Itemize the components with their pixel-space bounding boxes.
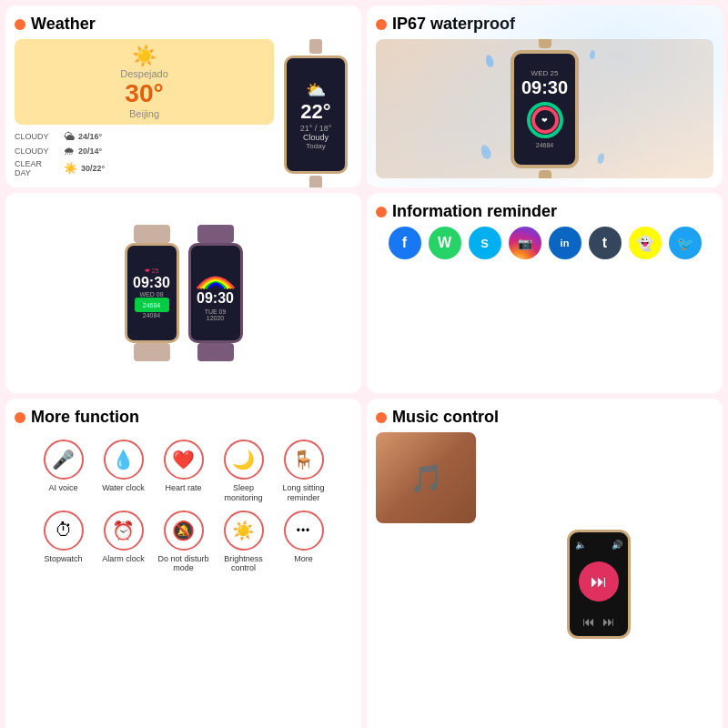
func-dnd: 🔕 Do not disturb mode [157, 511, 211, 574]
speaker-row: 🔈 🔊 [575, 540, 622, 550]
skype-icon: S [469, 227, 501, 259]
music-dot [376, 412, 387, 423]
sun-icon: ☀️ [24, 45, 265, 68]
music-card: Music control 🎵 🔈 🔊 ⏭ ⏮ ⏭ [367, 399, 723, 728]
next-button[interactable]: ⏭ [602, 614, 615, 629]
instagram-icon: 📷 [509, 227, 541, 259]
weather-card: Weather ☀️ Despejado 30° Beijing CLOUDY … [5, 5, 361, 187]
snapchat-icon: 👻 [629, 227, 662, 259]
weather-row-2: CLOUDY 🌧 20/14° [15, 145, 274, 157]
whatsapp-icon: W [429, 227, 461, 259]
func-alarm: ⏰ Alarm clock [96, 511, 151, 574]
waterproof-label: IP67 waterproof [392, 15, 515, 34]
weather-watch: ⛅ 22° 21° / 18° Cloudy Today [279, 39, 352, 187]
watch-rainbow-body: 09:30 TUE 09 12020 [188, 243, 243, 343]
func-more: ••• More [277, 511, 331, 574]
weather-watch-display: ⛅ 22° 21° / 18° Cloudy Today [284, 56, 348, 174]
music-photo: 🎵 [376, 432, 476, 523]
weather-city-name: Beijing [24, 108, 265, 119]
waterproof-card: IP67 waterproof WED 25 09:30 [367, 5, 723, 187]
func-sitting: 🪑 Long sitting reminder [277, 440, 331, 503]
info-card: Information reminder f W S 📷 in t 👻 🐦 [367, 193, 723, 393]
function-row-1: 🎤 AI voice 💧 Water clock ❤️ Heart rate 🌙… [15, 440, 352, 503]
watch-pink: ❤ 25 09:30 WED 08 24684 24084 [125, 225, 179, 361]
waterproof-image: WED 25 09:30 ❤ 24684 [376, 39, 713, 178]
music-label: Music control [392, 408, 499, 427]
music-inner: 🎵 🔈 🔊 ⏭ ⏮ ⏭ [376, 432, 713, 728]
function-row-2: ⏱ Stopwatch ⏰ Alarm clock 🔕 Do not distu… [15, 511, 352, 574]
func-ai-voice: 🎤 AI voice [36, 440, 91, 503]
weather-label: Weather [31, 15, 96, 34]
waterproof-watch-body: WED 25 09:30 ❤ 24684 [511, 50, 579, 168]
weather-row-3: CLEAR DAY ☀️ 30/22° [15, 159, 274, 177]
music-controls: ⏮ ⏭ [582, 614, 615, 629]
watches-row: ❤ 25 09:30 WED 08 24684 24084 [15, 202, 352, 384]
weather-list: CLOUDY 🌥 24/16° CLOUDY 🌧 20/14° CLEAR DA… [15, 130, 274, 177]
waterproof-dot [376, 19, 387, 30]
play-button[interactable]: ⏭ [579, 561, 619, 602]
weather-city: Despejado [24, 68, 265, 79]
twitter-icon: 🐦 [669, 227, 702, 259]
func-water-clock: 💧 Water clock [96, 440, 151, 503]
weather-temp: 30° [24, 79, 265, 108]
info-title: Information reminder [376, 202, 713, 221]
weather-sunny-box: ☀️ Despejado 30° Beijing [15, 39, 274, 125]
info-dot [376, 207, 387, 217]
waterproof-title: IP67 waterproof [376, 15, 713, 34]
watch-purple: 09:30 TUE 09 12020 [188, 225, 243, 361]
facebook-icon: f [389, 227, 421, 259]
waterproof-watch-wrap: WED 25 09:30 ❤ 24684 [477, 50, 613, 168]
watch-pink-body: ❤ 25 09:30 WED 08 24684 24084 [125, 243, 179, 343]
tumblr-icon: t [589, 227, 622, 259]
music-title: Music control [376, 408, 713, 427]
func-brightness: ☀️ Brightness control [217, 511, 271, 574]
more-dot [15, 412, 25, 423]
social-icons: f W S 📷 in t 👻 🐦 [376, 227, 713, 259]
linkedin-icon: in [549, 227, 581, 259]
weather-title: Weather [15, 15, 352, 34]
info-label: Information reminder [392, 202, 557, 221]
more-function-title: More function [15, 408, 352, 427]
prev-button[interactable]: ⏮ [582, 614, 595, 629]
func-sleep: 🌙 Sleep monitoring [217, 440, 271, 503]
smartwatch-card: ❤ 25 09:30 WED 08 24684 24084 [5, 193, 361, 393]
music-watch: 🔈 🔊 ⏭ ⏮ ⏭ [567, 530, 631, 639]
weather-row-1: CLOUDY 🌥 24/16° [15, 130, 274, 143]
vol-down-icon: 🔈 [575, 540, 586, 550]
func-stopwatch: ⏱ Stopwatch [36, 511, 91, 574]
vol-up-icon: 🔊 [612, 540, 622, 550]
more-label: More function [31, 408, 139, 427]
more-function-card: More function 🎤 AI voice 💧 Water clock ❤… [5, 399, 361, 728]
weather-dot [15, 19, 25, 30]
func-heart-rate: ❤️ Heart rate [157, 440, 211, 503]
